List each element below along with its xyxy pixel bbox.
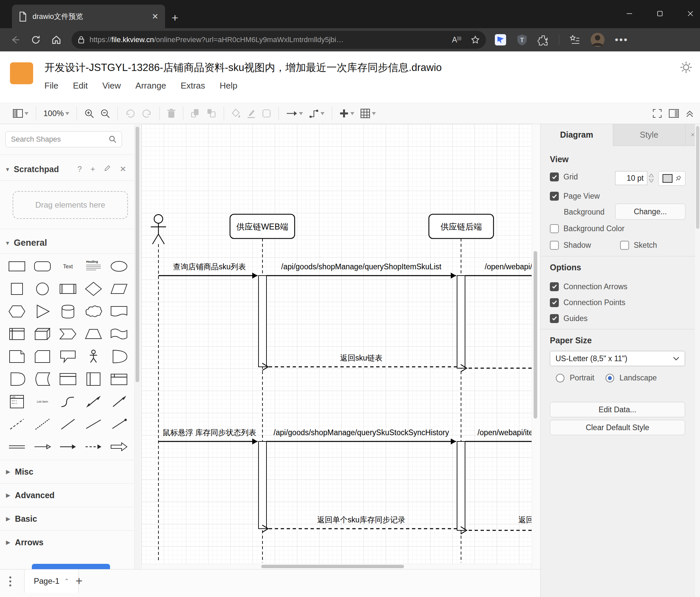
line-color-button[interactable] bbox=[244, 105, 259, 121]
add-scratchpad-icon[interactable]: + bbox=[91, 165, 95, 174]
menu-arrange[interactable]: Arrange bbox=[135, 80, 166, 91]
shape-tape[interactable] bbox=[106, 323, 131, 345]
window-close-button[interactable] bbox=[683, 6, 698, 21]
shape-curve[interactable] bbox=[55, 390, 80, 413]
menu-help[interactable]: Help bbox=[220, 80, 237, 91]
shape-circle[interactable] bbox=[29, 278, 55, 300]
grid-size-input[interactable]: 10 pt bbox=[615, 171, 647, 185]
shape-directional-arrow[interactable] bbox=[55, 435, 80, 458]
shape-filled-arrow[interactable] bbox=[106, 435, 131, 458]
table-button[interactable] bbox=[357, 105, 379, 121]
shape-list[interactable]: ListItem 1Item 2 bbox=[4, 390, 29, 413]
background-color-checkbox[interactable] bbox=[550, 224, 559, 233]
favorite-star-icon[interactable] bbox=[471, 35, 480, 44]
shape-dashed-line[interactable] bbox=[4, 413, 29, 435]
search-input[interactable] bbox=[10, 135, 108, 144]
scratchpad-drop-area[interactable]: Drag elements here bbox=[12, 191, 128, 219]
shape-endpoint-line[interactable] bbox=[106, 413, 131, 435]
shape-textbox[interactable]: Heading bbox=[80, 255, 106, 278]
tab-close-icon[interactable]: ✕ bbox=[152, 12, 158, 21]
grid-size-stepper[interactable] bbox=[648, 171, 655, 185]
shape-square[interactable] bbox=[4, 278, 29, 300]
shape-diamond[interactable] bbox=[80, 278, 106, 300]
shape-link[interactable] bbox=[4, 435, 29, 458]
lock-icon[interactable] bbox=[78, 35, 85, 44]
shape-step[interactable] bbox=[55, 323, 80, 345]
checkbox[interactable] bbox=[550, 314, 559, 323]
grid-color-button[interactable] bbox=[658, 171, 685, 186]
shape-ellipse[interactable] bbox=[106, 255, 131, 278]
profile-avatar[interactable] bbox=[590, 32, 605, 47]
shape-text[interactable]: Text bbox=[55, 255, 80, 278]
shape-rounded-rectangle[interactable] bbox=[29, 255, 55, 278]
canvas-page-grid[interactable]: 查询店铺商品sku列表/api/goods/shopManage/querySh… bbox=[142, 124, 532, 569]
shield-extension-icon[interactable]: T bbox=[516, 34, 528, 46]
menu-extras[interactable]: Extras bbox=[181, 80, 205, 91]
shape-or[interactable] bbox=[106, 345, 131, 368]
refresh-icon[interactable] bbox=[30, 34, 41, 45]
shape-vertical-container[interactable] bbox=[80, 368, 106, 390]
zoom-in-button[interactable] bbox=[81, 105, 97, 121]
shadow-checkbox[interactable] bbox=[550, 241, 559, 250]
edit-data-button[interactable]: Edit Data... bbox=[550, 402, 685, 417]
delete-button[interactable] bbox=[164, 105, 179, 121]
pages-menu-icon[interactable] bbox=[8, 575, 12, 588]
zoom-out-button[interactable] bbox=[97, 105, 113, 121]
insert-button[interactable] bbox=[336, 105, 357, 121]
general-section-header[interactable]: ▾ General bbox=[0, 232, 134, 254]
portrait-option[interactable]: Portrait bbox=[556, 374, 594, 382]
shape-process[interactable] bbox=[55, 278, 80, 300]
shape-parallelogram[interactable] bbox=[106, 278, 131, 300]
read-aloud-icon[interactable]: A))) bbox=[452, 35, 461, 44]
add-page-button[interactable]: + bbox=[76, 574, 82, 588]
shape-document[interactable] bbox=[106, 300, 131, 323]
shape-and[interactable] bbox=[4, 368, 29, 390]
paper-size-select[interactable]: US-Letter (8,5" x 11") bbox=[550, 351, 685, 366]
settings-ellipsis-icon[interactable]: ••• bbox=[615, 34, 628, 45]
to-front-button[interactable] bbox=[188, 105, 203, 121]
clear-default-style-button[interactable]: Clear Default Style bbox=[550, 420, 685, 435]
format-panel-button[interactable] bbox=[669, 109, 679, 118]
back-icon[interactable] bbox=[10, 34, 21, 45]
sketch-checkbox[interactable] bbox=[620, 241, 629, 250]
zoom-level-button[interactable]: 100% bbox=[41, 105, 72, 121]
menu-edit[interactable]: Edit bbox=[73, 80, 88, 91]
section-arrows[interactable]: ▶Arrows bbox=[0, 530, 134, 554]
canvas-vertical-scrollbar-thumb[interactable] bbox=[534, 251, 537, 419]
portrait-radio[interactable] bbox=[556, 374, 565, 382]
diagram-canvas[interactable]: 查询店铺商品sku列表/api/goods/shopManage/querySh… bbox=[142, 124, 540, 569]
shape-note[interactable] bbox=[4, 345, 29, 368]
shape-callout[interactable] bbox=[55, 345, 80, 368]
window-minimize-button[interactable] bbox=[622, 6, 637, 21]
shape-rectangle[interactable] bbox=[4, 255, 29, 278]
shape-cylinder[interactable] bbox=[55, 300, 80, 323]
search-shapes-box[interactable] bbox=[5, 132, 122, 147]
tab-style[interactable]: Style bbox=[613, 124, 685, 146]
undo-button[interactable] bbox=[122, 105, 139, 121]
checkbox[interactable] bbox=[550, 282, 559, 291]
shape-line[interactable] bbox=[55, 413, 80, 435]
waypoints-button[interactable] bbox=[306, 105, 327, 121]
shape-card[interactable] bbox=[29, 345, 55, 368]
menu-file[interactable]: File bbox=[44, 80, 58, 91]
landscape-radio[interactable] bbox=[605, 374, 614, 382]
shape-cloud[interactable] bbox=[80, 300, 106, 323]
shape-simple-line[interactable] bbox=[80, 413, 106, 435]
shape-horizontal-arrow[interactable] bbox=[29, 435, 55, 458]
checkbox[interactable] bbox=[550, 298, 559, 307]
canvas-horizontal-scrollbar-thumb[interactable] bbox=[261, 565, 404, 568]
grid-checkbox[interactable] bbox=[550, 172, 559, 182]
landscape-option[interactable]: Landscape bbox=[605, 374, 657, 382]
scratchpad-header[interactable]: ▾ Scratchpad ? + ✕ bbox=[0, 159, 134, 180]
redo-button[interactable] bbox=[139, 105, 155, 121]
shape-list-item[interactable]: List Item bbox=[29, 390, 55, 413]
shape-actor[interactable] bbox=[80, 345, 106, 368]
theme-toggle-icon[interactable] bbox=[679, 61, 693, 74]
fullscreen-button[interactable] bbox=[652, 109, 662, 118]
shape-data-storage[interactable] bbox=[29, 368, 55, 390]
connection-button[interactable] bbox=[283, 105, 306, 121]
shape-internal-storage[interactable] bbox=[4, 323, 29, 345]
bird-extension-icon[interactable] bbox=[495, 34, 506, 46]
sidebar-scrollbar-thumb[interactable] bbox=[135, 127, 139, 382]
new-tab-button[interactable]: + bbox=[172, 11, 178, 24]
